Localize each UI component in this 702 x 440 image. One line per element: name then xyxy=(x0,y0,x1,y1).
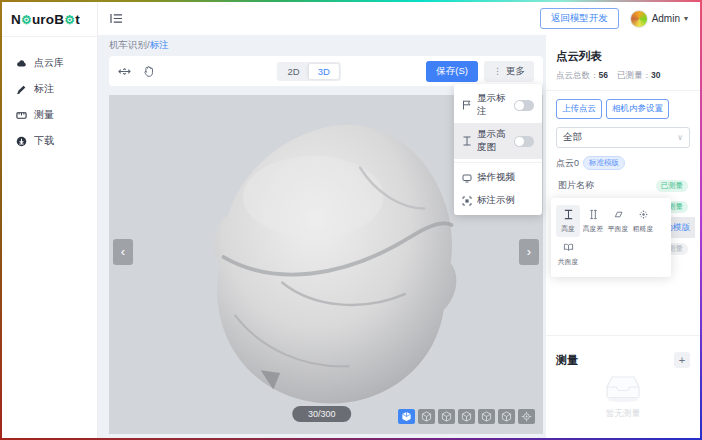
video-icon xyxy=(462,173,472,183)
mode-2d-button[interactable]: 2D xyxy=(278,64,308,79)
template-badge: 标准模版 xyxy=(583,156,625,170)
view-left-button[interactable] xyxy=(458,409,475,424)
measured-label: 已测量： xyxy=(617,70,651,80)
filter-select[interactable]: 全部 ∨ xyxy=(556,127,690,148)
tool-roughness[interactable]: 粗糙度 xyxy=(631,205,655,237)
tool-coplanarity[interactable]: 共面度 xyxy=(556,238,580,270)
tool-label: 平面度 xyxy=(608,224,628,233)
measure-empty-state: 暂无测量 xyxy=(556,368,690,428)
mode-3d-button[interactable]: 3D xyxy=(309,64,339,79)
username: Admin xyxy=(652,13,680,24)
hand-tool-icon[interactable] xyxy=(142,65,155,78)
panel-actions: 上传点云 相机内参设置 xyxy=(556,99,690,119)
cube-solid-icon xyxy=(401,411,412,422)
measured-badge: 已测量 xyxy=(656,180,689,192)
gear-icon: ⚙ xyxy=(21,13,32,27)
breadcrumb-path[interactable]: 机车识别/ xyxy=(109,39,150,50)
sidebar-item-download[interactable]: 下载 xyxy=(2,128,97,154)
tool-label: 高度 xyxy=(561,224,575,233)
panel-title: 点云列表 xyxy=(556,49,690,64)
sidebar-item-pointcloud-library[interactable]: 点云库 xyxy=(2,50,97,76)
tool-height-difference[interactable]: 高度差 xyxy=(581,205,605,237)
menu-item-show-heightmap[interactable]: 显示高度图 xyxy=(454,123,542,159)
empty-inbox-icon xyxy=(602,373,644,403)
sidebar-item-label: 标注 xyxy=(34,82,54,96)
collapse-sidebar-icon[interactable] xyxy=(110,13,123,24)
measure-tools-popup: 高度 高度差 平面度 粗糙度 xyxy=(551,198,671,277)
measure-section-header: 测量 + xyxy=(556,344,690,368)
crosshair-icon xyxy=(521,411,532,422)
more-button-label: 更多 xyxy=(506,65,525,78)
move-tool-icon[interactable] xyxy=(118,65,131,78)
tooth-3d-model[interactable] xyxy=(167,111,479,413)
height-icon xyxy=(563,209,574,220)
avatar xyxy=(630,10,648,28)
list-item[interactable]: 图片名称 已测量 xyxy=(556,175,690,196)
cube-wire-icon xyxy=(461,411,472,422)
roughness-icon xyxy=(638,209,649,220)
menu-divider xyxy=(454,162,542,163)
cube-wire-icon xyxy=(421,411,432,422)
canvas-toolbar: 2D 3D 保存(S) ⋮ 更多 xyxy=(109,56,543,86)
frame-border-left xyxy=(0,0,2,440)
pagination-badge: 30/300 xyxy=(292,406,352,422)
add-measure-button[interactable]: + xyxy=(674,352,690,368)
menu-item-tutorial-video[interactable]: 操作视频 xyxy=(454,166,542,189)
camera-params-button[interactable]: 相机内参设置 xyxy=(606,99,669,119)
tool-flatness[interactable]: 平面度 xyxy=(606,205,630,237)
view-right-button[interactable] xyxy=(478,409,495,424)
sidebar-item-label: 点云库 xyxy=(34,56,64,70)
breadcrumb: 机车识别/标注 xyxy=(109,38,543,56)
save-button[interactable]: 保存(S) xyxy=(426,61,478,82)
pen-icon xyxy=(16,84,27,95)
group-name: 点云0 xyxy=(556,157,579,170)
flatness-icon xyxy=(613,209,624,220)
tool-label: 共面度 xyxy=(558,257,578,266)
topbar: 返回模型开发 Admin ▾ xyxy=(98,2,700,35)
sidebar-item-label: 测量 xyxy=(34,108,54,122)
sidebar-item-annotate[interactable]: 标注 xyxy=(2,76,97,102)
frame-icon xyxy=(462,196,472,206)
back-to-model-dev-button[interactable]: 返回模型开发 xyxy=(540,8,619,29)
menu-item-annotation-example[interactable]: 标注示例 xyxy=(454,189,542,212)
view-iso-button[interactable] xyxy=(398,409,415,424)
tool-height[interactable]: 高度 xyxy=(556,205,580,237)
content: 机车识别/标注 2D 3D 保存(S) ⋮ 更 xyxy=(98,35,700,438)
more-dropdown-menu: 显示标注 显示高度图 操作视频 标注示例 xyxy=(454,84,542,215)
pointcloud-group[interactable]: 点云0 标准模版 xyxy=(556,155,690,175)
more-dots-icon: ⋮ xyxy=(493,66,502,76)
cube-wire-icon xyxy=(501,411,512,422)
menu-item-label: 显示标注 xyxy=(477,92,509,118)
view-back-button[interactable] xyxy=(438,409,455,424)
cloud-icon xyxy=(16,58,27,69)
total-count: 点云总数：56 xyxy=(556,70,608,82)
frame-border-top xyxy=(0,0,702,2)
prev-image-button[interactable]: ‹ xyxy=(113,239,133,265)
height-difference-icon xyxy=(588,209,599,220)
ruler-icon xyxy=(16,110,27,121)
brand-logo: N⚙uroB⚙t xyxy=(2,2,97,37)
sidebar: N⚙uroB⚙t 点云库 标注 测量 下载 xyxy=(2,2,98,438)
more-button[interactable]: ⋮ 更多 xyxy=(484,61,534,82)
menu-item-label: 操作视频 xyxy=(477,171,515,184)
breadcrumb-current: 标注 xyxy=(150,39,169,50)
view-reset-button[interactable] xyxy=(518,409,535,424)
sidebar-nav: 点云库 标注 测量 下载 xyxy=(2,37,97,154)
next-image-button[interactable]: › xyxy=(519,239,539,265)
view-front-button[interactable] xyxy=(418,409,435,424)
cube-wire-icon xyxy=(481,411,492,422)
view-top-button[interactable] xyxy=(498,409,515,424)
user-menu[interactable]: Admin ▾ xyxy=(630,10,688,28)
view-mode-switch: 2D 3D xyxy=(276,62,340,81)
cube-wire-icon xyxy=(441,411,452,422)
app-window: N⚙uroB⚙t 点云库 标注 测量 下载 返回模型开发 xyxy=(2,2,700,438)
show-annotations-toggle[interactable] xyxy=(514,100,534,111)
upload-pointcloud-button[interactable]: 上传点云 xyxy=(556,99,602,119)
menu-item-show-annotations[interactable]: 显示标注 xyxy=(454,87,542,123)
show-heightmap-toggle[interactable] xyxy=(514,136,534,147)
divider xyxy=(546,335,700,336)
total-label: 点云总数： xyxy=(556,70,599,80)
height-ibeam-icon xyxy=(462,136,472,146)
measured-value: 30 xyxy=(651,70,660,80)
sidebar-item-measure[interactable]: 测量 xyxy=(2,102,97,128)
